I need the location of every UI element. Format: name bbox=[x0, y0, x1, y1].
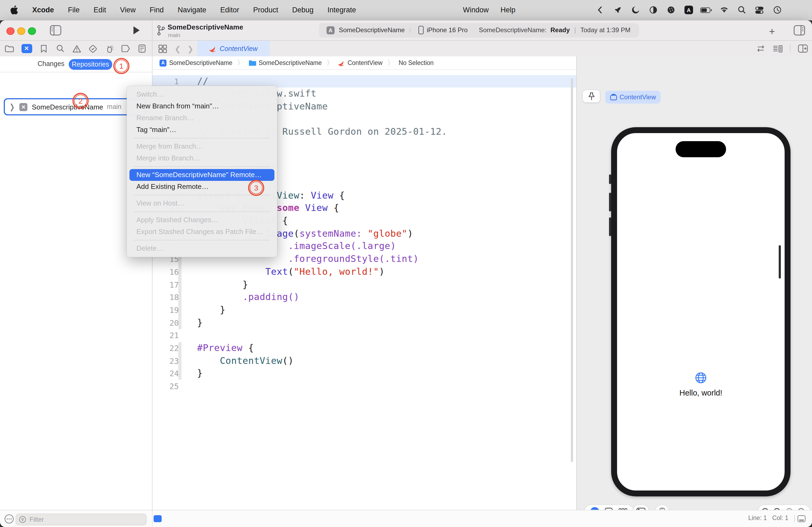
editor-tab-bar: ❮❯ ContentView bbox=[152, 41, 576, 56]
segment-changes[interactable]: Changes bbox=[38, 60, 64, 67]
scheme-name[interactable]: SomeDescriptiveName bbox=[339, 26, 405, 34]
preview-tab-label: ContentView bbox=[620, 93, 656, 101]
menu-separator bbox=[134, 195, 270, 195]
run-button[interactable] bbox=[133, 26, 140, 35]
dynamic-island bbox=[676, 141, 726, 157]
pin-preview-button[interactable] bbox=[583, 90, 600, 103]
add-editor-icon[interactable] bbox=[798, 45, 808, 52]
find-navigator-icon[interactable] bbox=[56, 44, 65, 53]
menu-window[interactable]: Window bbox=[463, 6, 489, 14]
menu-product[interactable]: Product bbox=[246, 6, 285, 14]
chevron-left-icon[interactable] bbox=[594, 5, 606, 16]
minimap-icon[interactable] bbox=[773, 45, 782, 52]
editor-only-layout-icon[interactable] bbox=[798, 515, 806, 522]
menu-item: View on Host… bbox=[129, 197, 274, 209]
breadcrumb-item[interactable]: ContentView bbox=[338, 59, 382, 66]
menu-edit[interactable]: Edit bbox=[87, 6, 113, 14]
tab-contentview[interactable]: ContentView bbox=[197, 41, 270, 56]
swift-icon bbox=[209, 45, 216, 52]
breakpoint-navigator-icon[interactable] bbox=[121, 44, 130, 53]
code-line[interactable]: 16 Text("Hello, world!") bbox=[152, 266, 576, 278]
preview-content: Hello, world! bbox=[617, 372, 785, 397]
code-line[interactable]: 22#Preview { bbox=[152, 342, 576, 355]
segment-repositories[interactable]: Repositories bbox=[69, 59, 112, 70]
project-icon: A bbox=[160, 59, 166, 66]
changes-indicator-icon[interactable] bbox=[154, 515, 162, 522]
toggle-inspector-icon[interactable] bbox=[794, 25, 805, 35]
debug-navigator-icon[interactable] bbox=[105, 44, 114, 53]
pin-icon bbox=[588, 92, 595, 100]
bookmark-navigator-icon[interactable] bbox=[39, 44, 48, 53]
go-back-icon[interactable]: ❮ bbox=[175, 44, 181, 53]
close-window-button[interactable] bbox=[6, 27, 14, 35]
disclosure-chevron-icon[interactable]: ❯ bbox=[10, 102, 14, 111]
tab-overview-icon[interactable] bbox=[158, 44, 167, 53]
menu-file[interactable]: File bbox=[61, 6, 87, 14]
activity-status: SomeDescriptiveName: Ready | Today at 1:… bbox=[479, 26, 630, 34]
filter-options-icon[interactable] bbox=[4, 514, 14, 524]
repository-branch: main bbox=[107, 103, 121, 110]
menu-editor[interactable]: Editor bbox=[213, 6, 246, 14]
control-center-icon[interactable] bbox=[753, 5, 765, 16]
scheme-chevron: 〉 bbox=[408, 26, 414, 34]
iphone-preview-device[interactable]: Hello, world! bbox=[611, 127, 791, 496]
breadcrumb-item[interactable]: SomeDescriptiveName bbox=[248, 60, 322, 66]
zoom-window-button[interactable] bbox=[28, 27, 36, 35]
source-control-navigator-icon-selected[interactable]: ✕ bbox=[21, 44, 32, 53]
preview-tab-contentview[interactable]: ContentView bbox=[605, 90, 661, 103]
library-add-button[interactable]: + bbox=[769, 26, 775, 37]
globe-icon bbox=[695, 372, 707, 384]
keyboard-input-icon[interactable]: A bbox=[683, 5, 694, 16]
menu-navigate[interactable]: Navigate bbox=[171, 6, 214, 14]
moon-icon[interactable] bbox=[629, 5, 641, 16]
menu-item: Merge into Branch… bbox=[129, 152, 274, 164]
swap-editor-icon[interactable] bbox=[756, 45, 765, 52]
menu-bar-status-icons: A bbox=[594, 0, 783, 20]
menu-help[interactable]: Help bbox=[501, 6, 516, 14]
sphere-icon[interactable] bbox=[665, 5, 677, 16]
code-line[interactable]: 25 bbox=[152, 380, 576, 393]
code-line[interactable]: 20} bbox=[152, 316, 576, 329]
clock-icon[interactable] bbox=[771, 5, 783, 16]
code-line[interactable]: 19 } bbox=[152, 304, 576, 316]
breadcrumb-item[interactable]: ASomeDescriptiveName bbox=[160, 59, 232, 66]
divider bbox=[152, 510, 152, 527]
minimize-window-button[interactable] bbox=[17, 27, 25, 35]
code-line[interactable]: 17 } bbox=[152, 278, 576, 291]
menu-item[interactable]: New “SomeDescriptiveName” Remote… bbox=[129, 169, 274, 181]
bottom-bar: Filter Line: 1Col: 1 bbox=[0, 510, 812, 527]
menu-view[interactable]: View bbox=[113, 6, 143, 14]
rocket-icon[interactable] bbox=[612, 5, 624, 16]
line-number: 24 bbox=[152, 368, 179, 380]
menu-item[interactable]: New Branch from “main”… bbox=[129, 100, 274, 112]
report-navigator-icon[interactable] bbox=[137, 44, 147, 53]
menu-xcode[interactable]: Xcode bbox=[29, 6, 61, 14]
code-line[interactable]: 21 bbox=[152, 329, 576, 342]
branch-icon bbox=[157, 25, 165, 36]
battery-icon[interactable] bbox=[700, 5, 712, 16]
issue-navigator-icon[interactable] bbox=[72, 44, 81, 53]
breadcrumb-item[interactable]: No Selection bbox=[398, 60, 433, 66]
jump-bar: ASomeDescriptiveName〉SomeDescriptiveName… bbox=[152, 56, 576, 70]
menu-separator bbox=[134, 138, 270, 138]
toggle-navigator-icon[interactable] bbox=[50, 25, 61, 35]
filter-field[interactable]: Filter bbox=[16, 513, 147, 525]
code-line[interactable]: 24} bbox=[152, 367, 576, 380]
go-forward-icon[interactable]: ❯ bbox=[187, 44, 193, 53]
run-destination[interactable]: iPhone 16 Pro bbox=[427, 26, 467, 34]
menu-integrate[interactable]: Integrate bbox=[321, 6, 363, 14]
contrast-icon[interactable] bbox=[647, 5, 659, 16]
menu-item[interactable]: Tag “main”… bbox=[129, 124, 274, 136]
code-line[interactable]: 18 .padding() bbox=[152, 291, 576, 303]
wifi-icon[interactable] bbox=[718, 5, 730, 16]
spotlight-icon[interactable] bbox=[736, 5, 748, 16]
scheme-device-status-bar[interactable]: A SomeDescriptiveName 〉 iPhone 16 Pro So… bbox=[319, 23, 639, 37]
code-line[interactable]: 23 ContentView() bbox=[152, 355, 576, 367]
editor-scrollbar[interactable] bbox=[570, 78, 573, 462]
filter-placeholder: Filter bbox=[30, 515, 44, 523]
apple-menu-icon[interactable] bbox=[10, 6, 18, 15]
menu-find[interactable]: Find bbox=[143, 6, 171, 14]
menu-debug[interactable]: Debug bbox=[285, 6, 321, 14]
project-navigator-icon[interactable] bbox=[5, 44, 14, 53]
test-navigator-icon[interactable] bbox=[88, 44, 98, 53]
